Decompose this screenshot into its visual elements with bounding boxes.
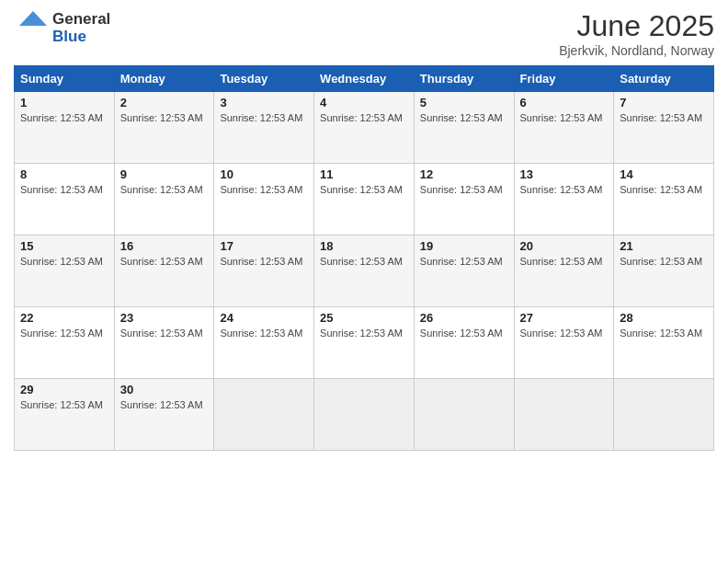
calendar-table: Sunday Monday Tuesday Wednesday Thursday… [14,65,714,451]
sunrise-time: Sunrise: 12:53 AM [20,256,103,267]
table-row: 3Sunrise: 12:53 AM [214,92,314,164]
table-row: 25Sunrise: 12:53 AM [314,307,415,379]
table-row: 17Sunrise: 12:53 AM [214,236,314,307]
day-number: 9 [120,167,209,181]
sunrise-time: Sunrise: 12:53 AM [120,399,203,410]
sunrise-time: Sunrise: 12:53 AM [320,256,403,267]
day-number: 18 [320,239,408,253]
day-number: 12 [420,167,508,181]
day-number: 23 [120,311,209,325]
table-row: 4Sunrise: 12:53 AM [314,92,415,164]
table-row: 12Sunrise: 12:53 AM [414,164,514,236]
sunrise-time: Sunrise: 12:53 AM [420,327,503,339]
calendar-title: June 2025 [559,9,714,43]
table-row: 14Sunrise: 12:53 AM [614,164,714,236]
day-number: 22 [20,311,108,325]
logo-general-text: General [52,11,110,29]
col-thursday: Thursday [414,66,514,92]
calendar-header-row: Sunday Monday Tuesday Wednesday Thursday… [15,66,714,92]
sunrise-time: Sunrise: 12:53 AM [20,112,103,123]
table-row: 22Sunrise: 12:53 AM [15,307,115,379]
day-number: 10 [220,167,308,181]
sunrise-time: Sunrise: 12:53 AM [320,184,403,195]
table-row: 18Sunrise: 12:53 AM [314,236,415,307]
sunrise-time: Sunrise: 12:53 AM [620,327,702,339]
day-number: 16 [120,239,209,253]
day-number: 6 [520,96,609,109]
calendar-week-row: 29Sunrise: 12:53 AM30Sunrise: 12:53 AM [15,379,714,451]
calendar-week-row: 22Sunrise: 12:53 AM23Sunrise: 12:53 AM24… [15,307,714,379]
sunrise-time: Sunrise: 12:53 AM [420,184,503,195]
day-number: 14 [620,167,708,181]
day-number: 30 [120,383,209,396]
table-row: 27Sunrise: 12:53 AM [514,307,614,379]
sunrise-time: Sunrise: 12:53 AM [320,327,403,339]
table-row: 16Sunrise: 12:53 AM [114,236,214,307]
table-row: 26Sunrise: 12:53 AM [414,307,514,379]
table-row: 29Sunrise: 12:53 AM [15,379,115,451]
day-number: 21 [620,239,708,253]
table-row: 10Sunrise: 12:53 AM [214,164,314,236]
day-number: 4 [320,96,408,109]
day-number: 5 [420,96,508,109]
day-number: 27 [520,311,609,325]
table-row: 15Sunrise: 12:53 AM [15,236,115,307]
day-number: 28 [620,311,708,325]
day-number: 19 [420,239,508,253]
sunrise-time: Sunrise: 12:53 AM [20,327,103,339]
calendar-week-row: 1Sunrise: 12:53 AM2Sunrise: 12:53 AM3Sun… [15,92,714,164]
sunrise-time: Sunrise: 12:53 AM [520,327,603,339]
sunrise-time: Sunrise: 12:53 AM [520,112,603,123]
sunrise-time: Sunrise: 12:53 AM [120,112,203,123]
sunrise-time: Sunrise: 12:53 AM [420,112,503,123]
sunrise-time: Sunrise: 12:53 AM [520,256,603,267]
sunrise-time: Sunrise: 12:53 AM [220,327,302,339]
sunrise-time: Sunrise: 12:53 AM [120,184,203,195]
table-row [614,379,714,451]
sunrise-time: Sunrise: 12:53 AM [120,327,203,339]
day-number: 20 [520,239,609,253]
day-number: 11 [320,167,408,181]
sunrise-time: Sunrise: 12:53 AM [420,256,503,267]
day-number: 26 [420,311,508,325]
header: General Blue June 2025 Bjerkvik, Nordlan… [14,9,714,58]
day-number: 3 [220,96,308,109]
svg-marker-0 [19,11,47,26]
calendar-week-row: 15Sunrise: 12:53 AM16Sunrise: 12:53 AM17… [15,236,714,307]
sunrise-time: Sunrise: 12:53 AM [620,184,702,195]
table-row: 24Sunrise: 12:53 AM [214,307,314,379]
table-row [414,379,514,451]
table-row: 11Sunrise: 12:53 AM [314,164,415,236]
day-number: 1 [20,96,108,109]
sunrise-time: Sunrise: 12:53 AM [320,112,403,123]
table-row: 20Sunrise: 12:53 AM [514,236,614,307]
table-row [514,379,614,451]
day-number: 2 [120,96,209,109]
calendar-week-row: 8Sunrise: 12:53 AM9Sunrise: 12:53 AM10Su… [15,164,714,236]
table-row: 7Sunrise: 12:53 AM [614,92,714,164]
day-number: 15 [20,239,108,253]
col-sunday: Sunday [15,66,115,92]
logo: General Blue [14,9,110,48]
day-number: 24 [220,311,308,325]
col-tuesday: Tuesday [214,66,314,92]
table-row: 9Sunrise: 12:53 AM [114,164,214,236]
col-monday: Monday [114,66,214,92]
table-row: 30Sunrise: 12:53 AM [114,379,214,451]
table-row [314,379,415,451]
logo-blue-text: Blue [52,29,110,46]
table-row: 23Sunrise: 12:53 AM [114,307,214,379]
table-row [214,379,314,451]
table-row: 1Sunrise: 12:53 AM [15,92,115,164]
col-friday: Friday [514,66,614,92]
table-row: 13Sunrise: 12:53 AM [514,164,614,236]
sunrise-time: Sunrise: 12:53 AM [220,256,302,267]
col-saturday: Saturday [614,66,714,92]
table-row: 8Sunrise: 12:53 AM [15,164,115,236]
table-row: 2Sunrise: 12:53 AM [114,92,214,164]
day-number: 25 [320,311,408,325]
col-wednesday: Wednesday [314,66,415,92]
table-row: 6Sunrise: 12:53 AM [514,92,614,164]
sunrise-time: Sunrise: 12:53 AM [20,399,103,410]
sunrise-time: Sunrise: 12:53 AM [620,256,702,267]
